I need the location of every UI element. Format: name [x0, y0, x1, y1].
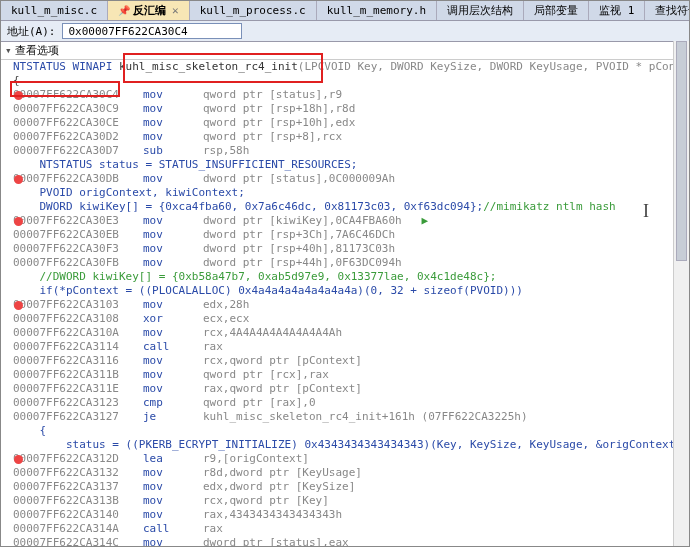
asm-line[interactable]: 00007FF622CA3140movrax,4343434343434343h — [13, 508, 689, 522]
asm-line[interactable]: NTSTATUS WINAPI kuhl_misc_skeleton_rc4_i… — [13, 60, 689, 74]
asm-line[interactable]: 00007FF622CA3103movedx,28h — [13, 298, 689, 312]
asm-line[interactable]: 00007FF622CA314Acallrax — [13, 522, 689, 536]
breakpoint-icon[interactable] — [14, 91, 23, 100]
pin-icon: 📌 — [118, 5, 130, 16]
asm-line[interactable]: 00007FF622CA30D7subrsp,58h — [13, 144, 689, 158]
scrollbar[interactable] — [673, 41, 689, 546]
tab-label: 反汇编 — [133, 3, 166, 18]
asm-line[interactable]: 00007FF622CA30FBmovdword ptr [rsp+44h],0… — [13, 256, 689, 270]
tab-label: 调用层次结构 — [447, 3, 513, 18]
tab-label: 查找符号结果 — [655, 3, 690, 18]
view-options-label: 查看选项 — [15, 43, 59, 58]
asm-line[interactable]: 00007FF622CA30EBmovdword ptr [rsp+3Ch],7… — [13, 228, 689, 242]
asm-line[interactable]: status = ((PKERB_ECRYPT_INITIALIZE) 0x43… — [13, 438, 689, 452]
asm-line[interactable]: PVOID origContext, kiwiContext; — [13, 186, 689, 200]
asm-line[interactable]: 00007FF622CA311Emovrax,qword ptr [pConte… — [13, 382, 689, 396]
tab-label: kull_m_process.c — [200, 4, 306, 17]
asm-line[interactable]: 00007FF622CA30C9movqword ptr [rsp+18h],r… — [13, 102, 689, 116]
tab-查找符号结果[interactable]: 查找符号结果 — [645, 1, 690, 20]
asm-line[interactable]: 00007FF622CA30E3movdword ptr [kiwiKey],0… — [13, 214, 689, 228]
tab-bar: kull_m_misc.c📌反汇编✕kull_m_process.ckull_m… — [1, 1, 689, 21]
asm-line[interactable]: //DWORD kiwiKey[] = {0xb58a47b7, 0xab5d9… — [13, 270, 689, 284]
tab-label: kull_m_memory.h — [327, 4, 426, 17]
asm-line[interactable]: 00007FF622CA3116movrcx,qword ptr [pConte… — [13, 354, 689, 368]
tab-label: kull_m_misc.c — [11, 4, 97, 17]
tab-kull_m_process.c[interactable]: kull_m_process.c — [190, 1, 317, 20]
tab-kull_m_misc.c[interactable]: kull_m_misc.c — [1, 1, 108, 20]
asm-line[interactable]: 00007FF622CA3127jekuhl_misc_skeleton_rc4… — [13, 410, 689, 424]
breakpoint-icon[interactable] — [14, 217, 23, 226]
breakpoint-icon[interactable] — [14, 175, 23, 184]
asm-line[interactable]: { — [13, 74, 689, 88]
asm-line[interactable]: 00007FF622CA3114callrax — [13, 340, 689, 354]
asm-line[interactable]: 00007FF622CA30CEmovqword ptr [rsp+10h],e… — [13, 116, 689, 130]
text-cursor-icon: I — [643, 201, 649, 222]
asm-line[interactable]: DWORD kiwiKey[] = {0xca4fba60, 0x7a6c46d… — [13, 200, 689, 214]
disassembly-listing[interactable]: NTSTATUS WINAPI kuhl_misc_skeleton_rc4_i… — [1, 60, 689, 547]
address-label: 地址(A): — [7, 24, 56, 39]
asm-line[interactable]: 00007FF622CA30D2movqword ptr [rsp+8],rcx — [13, 130, 689, 144]
tab-调用层次结构[interactable]: 调用层次结构 — [437, 1, 524, 20]
tab-监视 1[interactable]: 监视 1 — [589, 1, 645, 20]
asm-line[interactable]: 00007FF622CA30F3movdword ptr [rsp+40h],8… — [13, 242, 689, 256]
tab-kull_m_memory.h[interactable]: kull_m_memory.h — [317, 1, 437, 20]
tab-局部变量[interactable]: 局部变量 — [524, 1, 589, 20]
scrollbar-thumb[interactable] — [676, 41, 687, 261]
asm-line[interactable]: 00007FF622CA3123cmpqword ptr [rax],0 — [13, 396, 689, 410]
breakpoint-icon[interactable] — [14, 455, 23, 464]
asm-line[interactable]: 00007FF622CA30DBmovdword ptr [status],0C… — [13, 172, 689, 186]
breakpoint-icon[interactable] — [14, 301, 23, 310]
asm-line[interactable]: 00007FF622CA311Bmovqword ptr [rcx],rax — [13, 368, 689, 382]
asm-line[interactable]: 00007FF622CA3108xorecx,ecx — [13, 312, 689, 326]
view-options[interactable]: ▾ 查看选项 — [1, 42, 689, 60]
asm-line[interactable]: 00007FF622CA312Dlear9,[origContext] — [13, 452, 689, 466]
asm-line[interactable]: 00007FF622CA314Cmovdword ptr [status],ea… — [13, 536, 689, 547]
asm-line[interactable]: if(*pContext = ((PLOCALALLOC) 0x4a4a4a4a… — [13, 284, 689, 298]
close-icon[interactable]: ✕ — [172, 4, 179, 17]
asm-line[interactable]: { — [13, 424, 689, 438]
asm-line[interactable]: 00007FF622CA310Amovrcx,4A4A4A4A4A4A4A4Ah — [13, 326, 689, 340]
asm-line[interactable]: 00007FF622CA30C4movqword ptr [status],r9 — [13, 88, 689, 102]
tab-label: 局部变量 — [534, 3, 578, 18]
address-input[interactable]: 0x00007FF622CA30C4 — [62, 23, 242, 39]
tab-label: 监视 1 — [599, 3, 634, 18]
asm-line[interactable]: NTSTATUS status = STATUS_INSUFFICIENT_RE… — [13, 158, 689, 172]
asm-line[interactable]: 00007FF622CA3137movedx,dword ptr [KeySiz… — [13, 480, 689, 494]
address-bar: 地址(A): 0x00007FF622CA30C4 — [1, 21, 689, 42]
asm-line[interactable]: 00007FF622CA3132movr8d,dword ptr [KeyUsa… — [13, 466, 689, 480]
asm-line[interactable]: 00007FF622CA313Bmovrcx,qword ptr [Key] — [13, 494, 689, 508]
chevron-down-icon: ▾ — [5, 44, 15, 57]
tab-反汇编[interactable]: 📌反汇编✕ — [108, 1, 190, 20]
